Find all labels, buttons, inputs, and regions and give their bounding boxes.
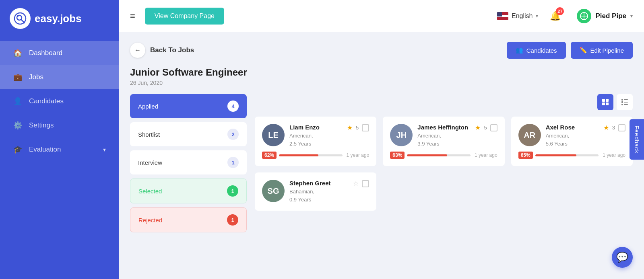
star-icon-axel: ★ — [603, 124, 609, 131]
edit-pipeline-button[interactable]: ✏️ Edit Pipeline — [571, 42, 633, 59]
list-view-button[interactable] — [617, 94, 633, 110]
evaluation-icon: 🎓 — [13, 145, 23, 154]
lang-chevron-icon: ▾ — [536, 13, 538, 19]
pipeline-item-selected[interactable]: Selected 1 — [130, 178, 247, 203]
edit-icon: ✏️ — [580, 47, 587, 54]
content-area: ← Back To Jobs 👥 Candidates ✏️ Edit Pipe… — [119, 32, 644, 279]
job-content: Applied 4 Shortlist 2 Interview 1 Select… — [130, 94, 633, 232]
time-ago-axel: 1 year ago — [603, 152, 625, 158]
company-name-label: Pied Pipe — [595, 12, 626, 20]
avatar-stephen: SG — [262, 180, 285, 202]
match-fill-james — [407, 154, 447, 156]
match-fill-axel — [535, 154, 576, 156]
star-count-liam: 5 — [356, 125, 359, 131]
company-chevron-icon: ▾ — [630, 13, 633, 19]
sidebar-label-jobs: Jobs — [29, 73, 43, 81]
candidates-button[interactable]: 👥 Candidates — [507, 42, 566, 59]
sidebar-label-evaluation: Evaluation — [29, 146, 61, 154]
svg-rect-16 — [624, 104, 628, 105]
svg-rect-15 — [621, 104, 623, 105]
svg-rect-13 — [621, 101, 623, 103]
pipeline-label-shortlist: Shortlist — [138, 131, 160, 138]
home-icon: 🏠 — [13, 48, 23, 58]
sidebar-item-candidates[interactable]: 👤 Candidates — [0, 89, 119, 113]
checkbox-stephen[interactable] — [362, 180, 369, 187]
pipeline-label-interview: Interview — [138, 159, 162, 166]
candidates-icon: 👤 — [13, 96, 23, 106]
jobs-icon: 💼 — [13, 72, 23, 82]
pipeline-label-rejected: Rejected — [138, 217, 162, 224]
back-to-jobs-button[interactable]: ← Back To Jobs — [130, 43, 194, 58]
avatar-axel: AR — [518, 124, 541, 146]
view-company-button[interactable]: View Company Page — [145, 8, 224, 25]
candidate-card-liam[interactable]: LE Liam Enzo American, 2.5 Years ★ 5 — [255, 117, 376, 166]
match-bar-axel — [535, 154, 599, 156]
candidate-name-james: James Heffington — [417, 124, 470, 131]
svg-line-2 — [21, 20, 25, 23]
hamburger-icon[interactable]: ≡ — [130, 11, 135, 21]
pipeline-badge-shortlist: 2 — [227, 129, 239, 140]
company-logo-icon — [577, 9, 591, 23]
pipeline-badge-selected: 1 — [227, 185, 238, 197]
checkbox-liam[interactable] — [362, 124, 369, 131]
sidebar-item-jobs[interactable]: 💼 Jobs — [0, 65, 119, 89]
notification-badge: 27 — [556, 7, 564, 15]
sidebar: easy.jobs 🏠 Dashboard 💼 Jobs 👤 Candidate… — [0, 0, 119, 279]
pipeline-badge-interview: 1 — [227, 157, 239, 168]
pipeline-label-applied: Applied — [138, 103, 158, 110]
avatar-james: JH — [390, 124, 413, 146]
sidebar-item-evaluation[interactable]: 🎓 Evaluation ▾ — [0, 137, 119, 162]
back-label: Back To Jobs — [150, 46, 194, 54]
job-date: 26 Jun, 2020 — [130, 80, 633, 86]
star-count-axel: 3 — [612, 125, 615, 131]
top-actions: 👥 Candidates ✏️ Edit Pipeline — [507, 42, 633, 59]
pipeline-item-applied[interactable]: Applied 4 — [130, 94, 247, 118]
candidate-card-james[interactable]: JH James Heffington American, 3.9 Years … — [383, 117, 504, 166]
grid-view-button[interactable] — [597, 94, 613, 110]
card-footer-james: 63% 1 year ago — [390, 152, 497, 159]
back-arrow-icon: ← — [130, 43, 145, 58]
candidates-btn-label: Candidates — [526, 47, 557, 54]
star-icon-james: ★ — [475, 124, 481, 131]
match-bar-liam — [279, 154, 343, 156]
candidate-meta-axel: American, 5.6 Years — [546, 132, 599, 148]
svg-rect-9 — [602, 103, 605, 105]
match-label-axel: 65% — [518, 152, 533, 159]
chat-button[interactable]: 💬 — [612, 247, 633, 268]
match-fill-liam — [279, 154, 318, 156]
checkbox-axel[interactable] — [618, 124, 625, 131]
pipeline-item-interview[interactable]: Interview 1 — [130, 150, 247, 174]
star-icon-stephen: ☆ — [353, 180, 359, 187]
pipeline-item-shortlist[interactable]: Shortlist 2 — [130, 122, 247, 146]
candidate-card-stephen[interactable]: SG Stephen Greet Bahamian, 0.9 Years ☆ — [255, 172, 376, 211]
match-label-james: 63% — [390, 152, 405, 159]
pipeline-badge-applied: 4 — [227, 101, 239, 112]
svg-rect-11 — [621, 99, 623, 101]
chevron-down-icon: ▾ — [103, 146, 106, 153]
sidebar-label-candidates: Candidates — [29, 97, 64, 105]
feedback-tab[interactable]: Feedback — [630, 119, 644, 160]
candidate-card-axel[interactable]: AR Axel Rose American, 5.6 Years ★ 3 — [511, 117, 633, 166]
sidebar-item-settings[interactable]: ⚙️ Settings — [0, 113, 119, 137]
card-footer-liam: 62% 1 year ago — [262, 152, 369, 159]
logo-icon — [10, 8, 31, 29]
candidate-meta-james: American, 3.9 Years — [417, 132, 470, 148]
chat-icon: 💬 — [616, 252, 628, 263]
match-label-liam: 62% — [262, 152, 277, 159]
company-selector[interactable]: Pied Pipe ▾ — [577, 9, 633, 23]
candidate-name-liam: Liam Enzo — [289, 124, 342, 131]
main-nav: 🏠 Dashboard 💼 Jobs 👤 Candidates ⚙️ Setti… — [0, 37, 119, 166]
notification-button[interactable]: 🔔 27 — [548, 9, 562, 23]
card-top-james: JH James Heffington American, 3.9 Years … — [390, 124, 497, 148]
svg-rect-7 — [602, 99, 605, 102]
pipeline-item-rejected[interactable]: Rejected 1 — [130, 207, 247, 232]
candidate-meta-stephen: Bahamian, 0.9 Years — [289, 188, 348, 203]
svg-rect-14 — [624, 102, 628, 103]
sidebar-label-settings: Settings — [29, 121, 54, 129]
checkbox-james[interactable] — [490, 124, 497, 131]
sidebar-item-dashboard[interactable]: 🏠 Dashboard — [0, 41, 119, 65]
star-icon-liam: ★ — [347, 124, 353, 131]
language-selector[interactable]: English ▾ — [497, 12, 538, 20]
pipeline-sidebar: Applied 4 Shortlist 2 Interview 1 Select… — [130, 94, 247, 232]
content-topbar: ← Back To Jobs 👥 Candidates ✏️ Edit Pipe… — [130, 42, 633, 59]
